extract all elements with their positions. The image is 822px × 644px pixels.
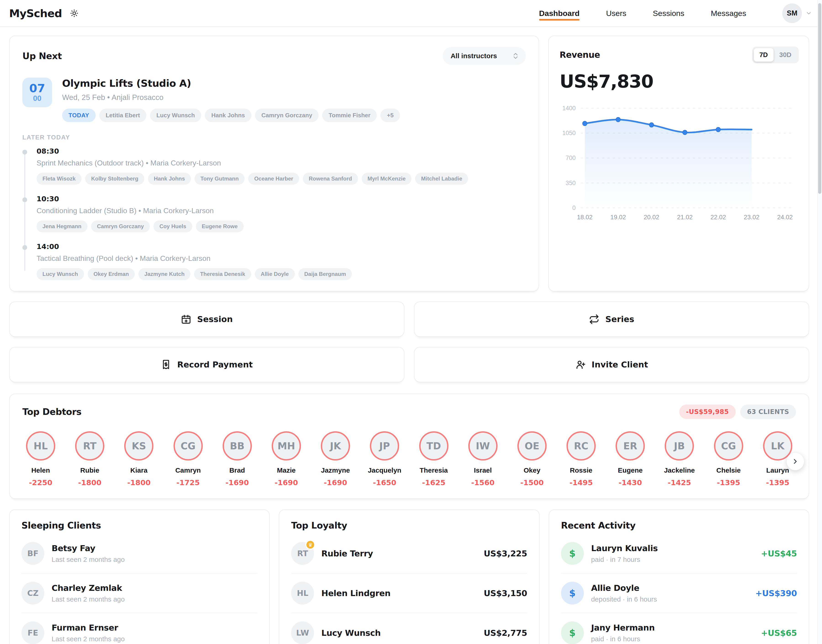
avatar-initials: JB: [674, 440, 685, 452]
sleeping-clients-card: Sleeping Clients BF Betsy Fay Last seen …: [9, 509, 270, 644]
debtors-scroll-right-button[interactable]: [787, 452, 804, 470]
activity-row[interactable]: $ Allie Doyle deposited · in 6 hours +US…: [561, 573, 797, 613]
debtor-item[interactable]: CG Camryn -1725: [170, 431, 206, 487]
attendee-tag: Fleta Wisozk: [37, 173, 81, 185]
debtor-item[interactable]: RT Rubie -1800: [71, 431, 108, 487]
attendee-tag: Hank Johns: [205, 109, 251, 122]
timeline-dot: [22, 150, 27, 155]
next-session[interactable]: 07 00 Olympic Lifts (Studio A) Wed, 25 F…: [22, 78, 526, 122]
debtor-item[interactable]: IW Israel -1560: [465, 431, 501, 487]
user-plus-icon: [575, 359, 586, 370]
nav-item[interactable]: Sessions: [653, 3, 684, 24]
debtor-item[interactable]: JP Jacquelyn -1650: [366, 431, 403, 487]
debtor-item[interactable]: KS Kiara -1800: [121, 431, 157, 487]
loyalty-row[interactable]: RT♛ Rubie Terry US$3,225: [291, 534, 527, 573]
debtor-name: Jazmyne: [317, 466, 354, 474]
loyalty-row[interactable]: LW Lucy Wunsch US$2,775: [291, 613, 527, 644]
today-badge: TODAY: [62, 109, 96, 122]
loyalty-row[interactable]: HL Helen Lindgren US$3,150: [291, 573, 527, 613]
invite-client-button[interactable]: Invite Client: [414, 347, 809, 382]
svg-text:24.02: 24.02: [777, 214, 793, 221]
page-scrollbar[interactable]: [817, 0, 822, 644]
svg-text:23.02: 23.02: [744, 214, 759, 221]
recent-activity-title: Recent Activity: [561, 520, 797, 531]
nav-items: Dashboard Users Sessions Messages: [539, 3, 746, 24]
sleeping-clients-list: BF Betsy Fay Last seen 2 months ago CZ C…: [22, 534, 257, 644]
new-series-button[interactable]: Series: [414, 302, 809, 337]
debtor-item[interactable]: BB Brad -1690: [219, 431, 255, 487]
sleeping-client-row[interactable]: CZ Charley Zemlak Last seen 2 months ago: [22, 573, 257, 613]
debtor-amount: -1690: [219, 478, 255, 487]
nav-item[interactable]: Users: [606, 3, 626, 24]
payment-dollar-icon: $: [561, 621, 584, 644]
activity-row[interactable]: $ Jany Hermann paid · in 6 hours +US$65: [561, 613, 797, 644]
new-session-button[interactable]: Session: [9, 302, 404, 337]
later-session[interactable]: 08:30 Sprint Mechanics (Outdoor track) •…: [22, 147, 526, 185]
activity-amount: +US$65: [761, 628, 797, 638]
debtor-item[interactable]: TD Theresia -1625: [416, 431, 452, 487]
attendee-tag: Tony Gutmann: [195, 173, 245, 185]
debtor-item[interactable]: JB Jackeline -1425: [661, 431, 698, 487]
debtor-item[interactable]: OE Okey -1500: [514, 431, 550, 487]
debtor-name: Eugene: [612, 466, 648, 474]
svg-text:1400: 1400: [562, 105, 575, 112]
loyalty-amount: US$3,225: [484, 549, 527, 558]
avatar-initials: JK: [330, 440, 341, 452]
activity-row[interactable]: $ Lauryn Kuvalis paid · in 7 hours +US$4…: [561, 534, 797, 573]
attendee-tag: Jena Hegmann: [37, 221, 88, 232]
later-session[interactable]: 10:30 Conditioning Ladder (Studio B) • M…: [22, 195, 526, 232]
avatar-initials: IW: [476, 440, 490, 452]
debtor-item[interactable]: MH Mazie -1690: [268, 431, 304, 487]
avatar: BB: [223, 431, 252, 460]
later-today-label: LATER TODAY: [22, 134, 526, 141]
debtor-item[interactable]: HL Helen -2250: [22, 431, 59, 487]
nav-item[interactable]: Messages: [711, 3, 746, 24]
up-next-card: Up Next All instructors 07 00 Olympic Li…: [9, 35, 539, 291]
client-name: Helen Lindgren: [321, 589, 476, 598]
avatar: CG: [174, 431, 203, 460]
nav-item[interactable]: Dashboard: [539, 3, 580, 24]
session-attendees: Lucy Wunsch Okey Erdman Jazmyne Kutch Th…: [37, 268, 526, 280]
svg-text:19.02: 19.02: [610, 214, 626, 221]
debtor-item[interactable]: CG Chelsie -1395: [710, 431, 747, 487]
client-name: Lucy Wunsch: [321, 628, 476, 638]
up-next-title: Up Next: [22, 51, 62, 61]
account-menu[interactable]: SM: [782, 3, 812, 23]
debtor-amount: -1690: [268, 478, 304, 487]
avatar-initials: MH: [277, 440, 295, 452]
svg-text:21.02: 21.02: [677, 214, 693, 221]
session-attendees: Fleta Wisozk Kolby Stoltenberg Hank John…: [37, 173, 526, 185]
session-time: 14:00: [37, 242, 526, 251]
client-name: Allie Doyle: [591, 583, 748, 593]
sleeping-client-row[interactable]: FE Furman Ernser Last seen 2 months ago: [22, 613, 257, 644]
record-payment-button[interactable]: Record Payment: [9, 347, 404, 382]
session-minute: 00: [33, 95, 41, 103]
top-loyalty-title: Top Loyalty: [291, 520, 527, 531]
debtor-amount: -1625: [416, 478, 452, 487]
debtor-name: Kiara: [121, 466, 157, 474]
later-session[interactable]: 14:00 Tactical Breathing (Pool deck) • M…: [22, 242, 526, 280]
avatar: FE: [22, 621, 44, 644]
avatar-initials: BF: [27, 549, 38, 558]
revenue-range-toggle: 7D 30D: [752, 46, 799, 63]
later-today-list: 08:30 Sprint Mechanics (Outdoor track) •…: [22, 147, 526, 280]
debtor-name: Jacquelyn: [366, 466, 403, 474]
attendee-tag: Allie Doyle: [255, 268, 295, 280]
debtor-item[interactable]: RC Rossie -1495: [563, 431, 599, 487]
sleeping-client-row[interactable]: BF Betsy Fay Last seen 2 months ago: [22, 534, 257, 573]
theme-toggle-button[interactable]: [68, 7, 80, 19]
debtor-item[interactable]: ER Eugene -1430: [612, 431, 648, 487]
debtor-amount: -1725: [170, 478, 206, 487]
svg-text:350: 350: [565, 179, 576, 186]
range-7d-button[interactable]: 7D: [754, 48, 774, 61]
session-time: 10:30: [37, 195, 526, 203]
session-title: Sprint Mechanics (Outdoor track) • Maria…: [37, 159, 526, 167]
instructor-filter-select[interactable]: All instructors: [443, 47, 525, 65]
debtor-item[interactable]: JK Jazmyne -1690: [317, 431, 354, 487]
svg-text:22.02: 22.02: [710, 214, 726, 221]
avatar: HL: [26, 431, 55, 460]
scrollbar-thumb[interactable]: [818, 3, 821, 194]
attendee-tag: Hank Johns: [148, 173, 191, 185]
activity-detail: deposited · in 6 hours: [591, 595, 748, 603]
range-30d-button[interactable]: 30D: [774, 48, 797, 61]
